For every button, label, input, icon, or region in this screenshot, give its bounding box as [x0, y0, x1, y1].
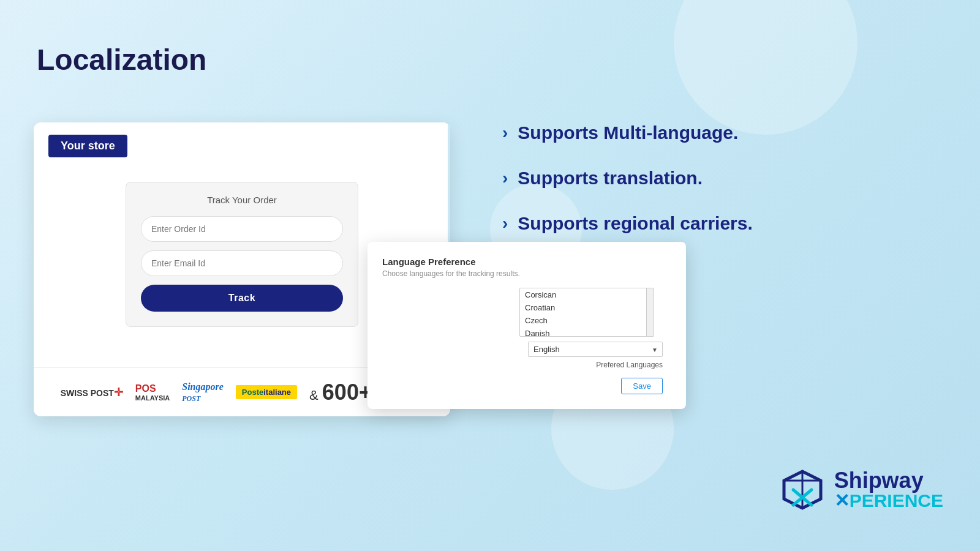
store-header: Your store — [34, 122, 450, 170]
features-panel: › Supports Multi-language. › Supports tr… — [502, 122, 907, 258]
order-id-input[interactable] — [141, 216, 343, 242]
chevron-icon-3: › — [502, 215, 508, 232]
brand-name: Shipway — [834, 470, 943, 492]
brand-tagline: ✕PERIENCE — [834, 492, 943, 510]
email-input[interactable] — [141, 250, 343, 276]
chevron-icon-1: › — [502, 124, 508, 141]
feature-item-translation: › Supports translation. — [502, 168, 907, 189]
feature-text-1: Supports Multi-language. — [518, 122, 738, 143]
language-list: Corsican Croatian Czech Danish Dutch Eng… — [520, 288, 654, 337]
lang-item-corsican[interactable]: Corsican — [520, 288, 654, 301]
lang-dropdown-row: English ▼ — [382, 342, 663, 357]
lang-item-croatian[interactable]: Croatian — [520, 301, 654, 314]
store-badge: Your store — [48, 135, 127, 157]
x-icon: ✕ — [834, 490, 850, 511]
bg-decoration-1 — [674, 0, 858, 135]
lang-item-danish[interactable]: Danish — [520, 327, 654, 337]
lang-select-wrapper: English ▼ — [528, 342, 663, 357]
singapore-post-logo: SingaporePOST — [182, 381, 224, 403]
lang-panel-title: Language Preference — [382, 257, 671, 267]
lang-panel-subtitle: Choose languages for the tracking result… — [382, 269, 671, 278]
track-form-title: Track Your Order — [141, 195, 343, 205]
perience-text: PERIENCE — [850, 490, 943, 511]
track-form: Track Your Order Track — [126, 182, 358, 327]
feature-item-multilanguage: › Supports Multi-language. — [502, 122, 907, 143]
shipway-icon — [778, 465, 827, 514]
preferred-languages-label: Prefered Languages — [382, 361, 663, 369]
language-panel: Language Preference Choose languages for… — [368, 242, 686, 409]
poste-italiane-logo: Posteitaliane — [236, 385, 297, 399]
lang-item-czech[interactable]: Czech — [520, 314, 654, 327]
chevron-icon-2: › — [502, 170, 508, 187]
listbox-scrollbar[interactable] — [646, 288, 654, 336]
save-button[interactable]: Save — [621, 378, 663, 394]
page-title: Localization — [37, 43, 206, 77]
shipway-logo: Shipway ✕PERIENCE — [778, 465, 943, 514]
feature-text-3: Supports regional carriers. — [518, 213, 752, 234]
track-button[interactable]: Track — [141, 285, 343, 312]
swiss-post-logo: SWISS POST✛ — [61, 386, 123, 399]
pos-malaysia-logo: POSMALAYSIA — [135, 383, 170, 402]
feature-text-2: Supports translation. — [518, 168, 703, 189]
language-select[interactable]: English — [528, 342, 663, 357]
language-listbox[interactable]: Corsican Croatian Czech Danish Dutch Eng… — [519, 288, 654, 337]
brand-name-container: Shipway ✕PERIENCE — [834, 470, 943, 510]
feature-item-regional-carriers: › Supports regional carriers. — [502, 213, 907, 234]
